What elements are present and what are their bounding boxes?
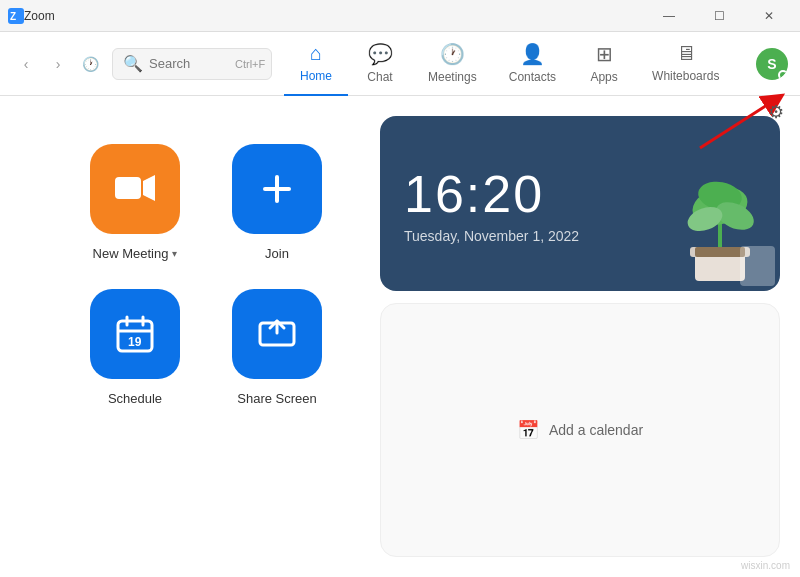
search-input[interactable] [149, 56, 229, 71]
svg-rect-2 [115, 177, 141, 199]
action-grid: New Meeting ▾ Join [80, 144, 332, 406]
close-button[interactable]: ✕ [746, 0, 792, 32]
tab-home[interactable]: ⌂ Home [284, 32, 348, 96]
share-screen-label: Share Screen [237, 391, 317, 406]
avatar-status [778, 70, 788, 80]
add-calendar-label: Add a calendar [549, 422, 643, 438]
join-label: Join [265, 246, 289, 261]
tab-apps-label: Apps [590, 70, 617, 84]
camera-icon [113, 167, 157, 211]
new-meeting-label: New Meeting ▾ [93, 246, 178, 261]
tab-meetings[interactable]: 🕐 Meetings [412, 32, 493, 96]
action-new-meeting[interactable]: New Meeting ▾ [80, 144, 190, 261]
window-controls: — ☐ ✕ [646, 0, 792, 32]
svg-rect-21 [740, 246, 775, 286]
tab-home-label: Home [300, 69, 332, 83]
right-panel: 16:20 Tuesday, November 1, 2022 [380, 96, 800, 577]
nav-right: S [756, 48, 788, 80]
tab-contacts[interactable]: 👤 Contacts [493, 32, 572, 96]
dropdown-arrow-icon: ▾ [172, 248, 177, 259]
tab-apps[interactable]: ⊞ Apps [572, 32, 636, 96]
tab-whiteboards[interactable]: 🖥 Whiteboards [636, 32, 735, 96]
watermark: wisxin.com [741, 560, 790, 571]
action-join[interactable]: Join [222, 144, 332, 261]
whiteboards-icon: 🖥 [676, 42, 696, 65]
schedule-button[interactable]: 19 [90, 289, 180, 379]
apps-icon: ⊞ [596, 42, 613, 66]
main-content: New Meeting ▾ Join [0, 96, 800, 577]
join-button[interactable] [232, 144, 322, 234]
search-icon: 🔍 [123, 54, 143, 73]
plant-decoration [660, 151, 780, 291]
add-calendar-icon: 📅 [517, 419, 539, 441]
calendar-card[interactable]: 📅 Add a calendar [380, 303, 780, 557]
svg-text:19: 19 [128, 335, 142, 349]
nav-bar: ‹ › 🕐 🔍 Ctrl+F ⌂ Home 💬 Chat 🕐 Meetings … [0, 32, 800, 96]
new-meeting-button[interactable] [90, 144, 180, 234]
svg-text:Z: Z [10, 11, 16, 22]
minimize-button[interactable]: — [646, 0, 692, 32]
tab-contacts-label: Contacts [509, 70, 556, 84]
contacts-icon: 👤 [520, 42, 545, 66]
zoom-logo-icon: Z [8, 8, 24, 24]
clock-card: 16:20 Tuesday, November 1, 2022 [380, 116, 780, 291]
svg-marker-3 [143, 175, 155, 201]
search-shortcut: Ctrl+F [235, 58, 265, 70]
plus-icon [257, 169, 297, 209]
left-panel: New Meeting ▾ Join [0, 96, 380, 577]
avatar[interactable]: S [756, 48, 788, 80]
tab-whiteboards-label: Whiteboards [652, 69, 719, 83]
search-box[interactable]: 🔍 Ctrl+F [112, 48, 272, 80]
history-button[interactable]: 🕐 [76, 50, 104, 78]
action-schedule[interactable]: 19 Schedule [80, 289, 190, 406]
tab-meetings-label: Meetings [428, 70, 477, 84]
history-controls: ‹ › 🕐 [12, 50, 104, 78]
title-bar: Z Zoom — ☐ ✕ [0, 0, 800, 32]
tab-chat[interactable]: 💬 Chat [348, 32, 412, 96]
forward-button[interactable]: › [44, 50, 72, 78]
maximize-button[interactable]: ☐ [696, 0, 742, 32]
home-icon: ⌂ [310, 42, 322, 65]
tab-chat-label: Chat [367, 70, 392, 84]
app-title: Zoom [24, 9, 646, 23]
chat-icon: 💬 [368, 42, 393, 66]
share-screen-icon [256, 313, 298, 355]
schedule-label: Schedule [108, 391, 162, 406]
share-screen-button[interactable] [232, 289, 322, 379]
svg-rect-15 [695, 247, 745, 257]
meetings-icon: 🕐 [440, 42, 465, 66]
nav-tabs: ⌂ Home 💬 Chat 🕐 Meetings 👤 Contacts ⊞ Ap… [284, 32, 756, 96]
settings-icon: ⚙ [768, 101, 784, 123]
back-button[interactable]: ‹ [12, 50, 40, 78]
settings-button[interactable]: ⚙ [760, 96, 792, 128]
action-share-screen[interactable]: Share Screen [222, 289, 332, 406]
calendar-icon: 19 [114, 313, 156, 355]
